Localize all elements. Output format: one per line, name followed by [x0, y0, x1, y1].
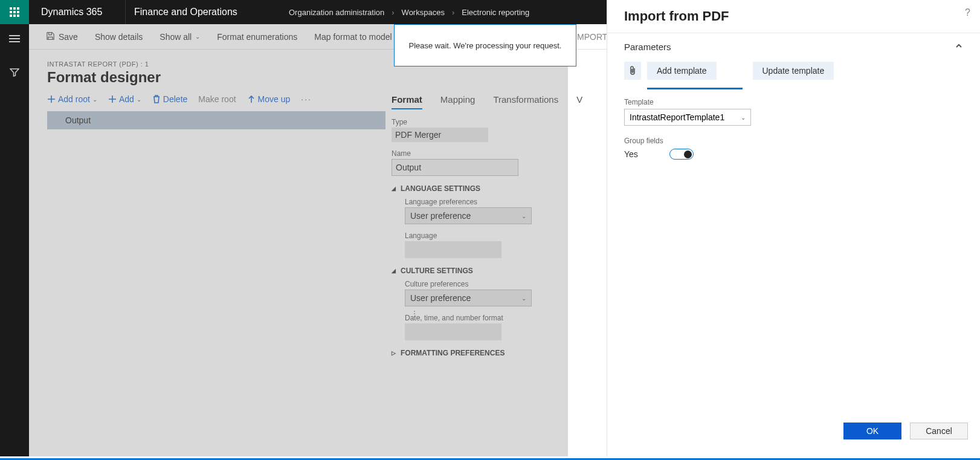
- chevron-right-icon: ›: [452, 8, 454, 17]
- nav-menu-button[interactable]: [9, 35, 20, 42]
- funnel-icon: [10, 68, 19, 77]
- select-value: IntrastatReportTemplate1: [630, 112, 724, 122]
- section-label: LANGUAGE SETTINGS: [401, 184, 480, 193]
- show-details-button[interactable]: Show details: [86, 24, 151, 49]
- import-pdf-panel: ? Import from PDF Parameters Add templat…: [607, 0, 980, 456]
- breadcrumb-item[interactable]: Workspaces: [402, 8, 445, 17]
- splitter-handle[interactable]: ⋮: [411, 309, 418, 318]
- chevron-down-icon: ⌄: [521, 213, 526, 219]
- template-select[interactable]: IntrastatReportTemplate1 ⌄: [624, 109, 751, 126]
- add-root-label: Add root: [58, 94, 90, 104]
- tab-update-template[interactable]: Update template: [753, 62, 834, 80]
- help-button[interactable]: ?: [965, 7, 970, 18]
- nav-filter-button[interactable]: [10, 68, 19, 80]
- move-up-button[interactable]: Move up: [247, 94, 291, 104]
- chevron-down-icon: ⌄: [521, 295, 526, 302]
- select-value: User preference: [410, 293, 471, 303]
- more-actions-button[interactable]: ···: [301, 94, 312, 104]
- add-root-button[interactable]: Add root ⌄: [47, 94, 97, 104]
- breadcrumb-item[interactable]: Electronic reporting: [462, 8, 529, 17]
- group-fields-label: Group fields: [624, 137, 963, 145]
- parameters-label: Parameters: [624, 42, 671, 52]
- type-value: PDF Merger: [392, 128, 488, 142]
- tab-format[interactable]: Format: [392, 94, 422, 109]
- delete-label: Delete: [163, 94, 187, 104]
- plus-icon: [108, 95, 117, 103]
- add-button[interactable]: Add ⌄: [108, 94, 141, 104]
- toast-message: Please wait. We're processing your reque…: [409, 41, 562, 50]
- chevron-down-icon: ⌄: [92, 96, 97, 103]
- template-label: Template: [624, 98, 963, 106]
- name-input[interactable]: [392, 159, 518, 176]
- map-format-button[interactable]: Map format to model: [306, 24, 400, 49]
- waffle-icon: [10, 7, 19, 17]
- attachment-button[interactable]: [624, 62, 641, 80]
- designer-toolbar: Add root ⌄ Add ⌄ Delete Make root Move u…: [47, 94, 385, 104]
- app-launcher-button[interactable]: [0, 0, 29, 24]
- language-value: [405, 241, 501, 258]
- delete-button[interactable]: Delete: [152, 94, 187, 104]
- move-up-label: Move up: [258, 94, 291, 104]
- save-icon: [46, 31, 55, 42]
- save-button[interactable]: Save: [37, 24, 86, 49]
- trash-icon: [152, 95, 161, 103]
- toggle-knob: [684, 151, 692, 158]
- expand-icon: ◢: [392, 268, 396, 274]
- format-enumerations-button[interactable]: Format enumerations: [208, 24, 306, 49]
- show-all-button[interactable]: Show all ⌄: [151, 24, 208, 49]
- chevron-down-icon: ⌄: [741, 114, 746, 121]
- date-format-value: [405, 323, 501, 340]
- add-label: Add: [119, 94, 134, 104]
- language-pref-select[interactable]: User preference ⌄: [405, 207, 532, 224]
- tab-active-indicator: [647, 88, 743, 89]
- make-root-button[interactable]: Make root: [198, 94, 236, 104]
- hamburger-icon: [9, 35, 20, 42]
- cancel-button[interactable]: Cancel: [910, 423, 968, 439]
- expand-icon: ◢: [392, 186, 396, 192]
- culture-pref-select[interactable]: User preference ⌄: [405, 290, 532, 306]
- brand-module[interactable]: Finance and Operations: [126, 0, 259, 24]
- collapse-icon: ▷: [392, 350, 396, 356]
- ok-button[interactable]: OK: [843, 423, 901, 439]
- tab-mapping[interactable]: Mapping: [440, 94, 475, 109]
- brand-dynamics[interactable]: Dynamics 365: [29, 0, 126, 24]
- plus-icon: [47, 95, 56, 103]
- show-all-label: Show all: [160, 32, 192, 42]
- group-fields-toggle[interactable]: [669, 149, 694, 160]
- group-fields-value: Yes: [624, 149, 638, 159]
- chevron-up-icon: [955, 42, 963, 52]
- chevron-down-icon: ⌄: [195, 33, 200, 40]
- paperclip-icon: [628, 66, 637, 76]
- tab-transformations[interactable]: Transformations: [493, 94, 558, 109]
- parameters-section-header[interactable]: Parameters: [607, 33, 980, 58]
- panel-title: Import from PDF: [624, 8, 729, 24]
- tab-add-template[interactable]: Add template: [647, 62, 717, 80]
- tab-more[interactable]: V: [576, 94, 582, 109]
- section-label: FORMATTING PREFERENCES: [401, 349, 505, 357]
- select-value: User preference: [410, 211, 471, 221]
- breadcrumb-item[interactable]: Organization administration: [289, 8, 384, 17]
- processing-toast: Please wait. We're processing your reque…: [394, 24, 576, 66]
- chevron-down-icon: ⌄: [137, 96, 141, 103]
- tree-node-output[interactable]: Output: [47, 111, 385, 129]
- section-label: CULTURE SETTINGS: [401, 267, 473, 275]
- chevron-right-icon: ›: [392, 8, 394, 17]
- arrow-up-icon: [247, 95, 256, 103]
- save-label: Save: [59, 32, 78, 42]
- left-nav-rail: [0, 24, 29, 456]
